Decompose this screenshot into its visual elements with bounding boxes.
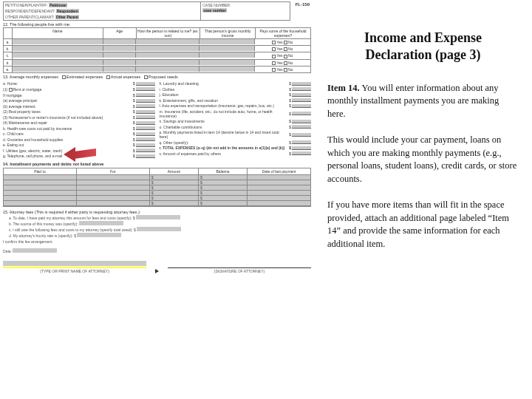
panel-paragraph-3: If you have more items than will fit in … <box>327 199 519 250</box>
respondent-label: RESPONDENT/DEFENDANT: <box>5 9 55 13</box>
section-15-title: 15. Attorney fees (This is required if e… <box>3 210 311 214</box>
expenses-columns: a. Home:$(1) Rent or mortgage$If mortgag… <box>3 81 311 160</box>
form-code: FL-150 <box>290 1 311 21</box>
table-row <box>4 185 310 191</box>
expense-line: (2) Real property taxes$ <box>3 109 155 114</box>
case-number-label: CASE NUMBER: <box>202 3 288 7</box>
table-row: b.Yes No <box>4 45 310 52</box>
expense-line: c. Child care$ <box>3 132 155 136</box>
table-row: e.Yes No <box>4 66 310 72</box>
section-13-title: 13. Average monthly expenses Estimated e… <box>3 75 311 79</box>
attorney-fees-lines: a. To date, I have paid my attorney this… <box>3 215 311 238</box>
signature-area: Date: (TYPE OR PRINT NAME OF ATTORNEY) (… <box>3 248 311 273</box>
expense-line: h. Laundry and cleaning$ <box>160 81 312 86</box>
other-parent-label: OTHER PARENT/CLAIMANT: <box>5 15 54 19</box>
table-row <box>4 201 310 206</box>
confirm-text: I confirm this fee arrangement. <box>3 239 311 244</box>
panel-paragraph-1: Item 14. You will enter information abou… <box>327 82 519 121</box>
expense-line: (3) Homeowner's or renter's insurance (i… <box>3 115 155 120</box>
expense-line: a. Home:$ <box>3 81 155 86</box>
triangle-icon <box>155 269 159 273</box>
expense-line: i. Clothes$ <box>160 87 312 92</box>
section-14: 14. Installment payments and debts not l… <box>3 162 311 207</box>
type-name-caption: (TYPE OR PRINT NAME OF ATTORNEY) <box>3 269 146 273</box>
other-parent-value: Other Parent <box>55 15 79 19</box>
expense-line: k. Entertainment, gifts, and vacation$ <box>160 98 312 103</box>
table-row <box>4 196 310 201</box>
form-page-image: PETITIONER/PLAINTIFF: Petitioner RESPOND… <box>0 0 314 399</box>
respondent-value: Respondent <box>56 9 79 13</box>
col-amount: Amount <box>150 168 199 175</box>
fee-line: d. My attorney's hourly rate is (specify… <box>9 233 311 238</box>
col-name: Name <box>13 28 103 38</box>
table-row <box>4 175 310 180</box>
expense-line: (1) Rent or mortgage$ <box>3 87 155 92</box>
col-income: That person's gross monthly income <box>200 28 256 38</box>
page-title: Income and Expense Declaration (page 3) <box>327 30 519 64</box>
fee-line: b. The source of this money was (specify… <box>9 221 311 226</box>
expense-line: (b) average interest:$ <box>3 104 155 109</box>
panel-paragraph-2: This would include your car payment, loa… <box>327 134 519 185</box>
expense-line: s. Amount of expenses paid by others$ <box>160 151 312 156</box>
expense-line: (a) average principal:$ <box>3 98 155 103</box>
signature-caption: (SIGNATURE OF ATTORNEY) <box>168 269 311 273</box>
installment-table: Paid to For Amount Balance Date of last … <box>3 168 311 207</box>
expense-line: b. Health-care costs not paid by insuran… <box>3 126 155 131</box>
fee-line: a. To date, I have paid my attorney this… <box>9 215 311 220</box>
col-last-payment: Date of last payment <box>248 168 310 175</box>
expense-line: o. Charitable contributions$ <box>160 125 312 129</box>
explainer-panel: Income and Expense Declaration (page 3) … <box>314 0 532 399</box>
expense-line: m. Insurance (life, accident, etc.; do n… <box>160 109 312 118</box>
date-label: Date: <box>3 249 12 253</box>
col-pays: Pays some of the household expenses? <box>256 28 310 38</box>
table-row: a.Yes No <box>4 38 310 45</box>
section-14-title: 14. Installment payments and debts not l… <box>3 162 311 166</box>
table-row: d.Yes No <box>4 59 310 66</box>
col-for: For <box>77 168 150 175</box>
expense-line: p. Monthly payments listed in item 14 (i… <box>160 130 312 139</box>
household-table: Name Age How the person is related to me… <box>3 27 311 73</box>
fee-line: c. I still owe the following fees and co… <box>9 227 311 232</box>
col-relation: How the person is related to me? (ex: so… <box>137 28 201 38</box>
col-age: Age <box>103 28 137 38</box>
col-paid-to: Paid to <box>4 168 77 175</box>
expense-line: (4) Maintenance and repair$ <box>3 120 155 125</box>
col-balance: Balance <box>199 168 248 175</box>
case-number-value: case number <box>202 8 227 13</box>
expense-line: l. Auto expenses and transportation (ins… <box>160 103 312 108</box>
callout-arrow-icon <box>65 147 96 162</box>
petitioner-label: PETITIONER/PLAINTIFF: <box>5 3 48 7</box>
expense-line: If mortgage:$ <box>3 93 155 98</box>
highlight-underline <box>3 267 146 268</box>
table-row <box>4 191 310 196</box>
expense-line: r. TOTAL EXPENSES (a–q) (do not add in t… <box>160 146 312 150</box>
expense-line: n. Savings and investments$ <box>160 119 312 123</box>
expense-line: d. Groceries and household supplies$ <box>3 137 155 142</box>
table-row: c.Yes No <box>4 52 310 58</box>
section-12-title: 12. The following people live with me: <box>3 22 311 27</box>
expense-line: q. Other (specify):$ <box>160 140 312 145</box>
expense-line: j. Education$ <box>160 92 312 97</box>
table-row <box>4 180 310 185</box>
petitioner-value: Petitioner <box>49 3 67 7</box>
